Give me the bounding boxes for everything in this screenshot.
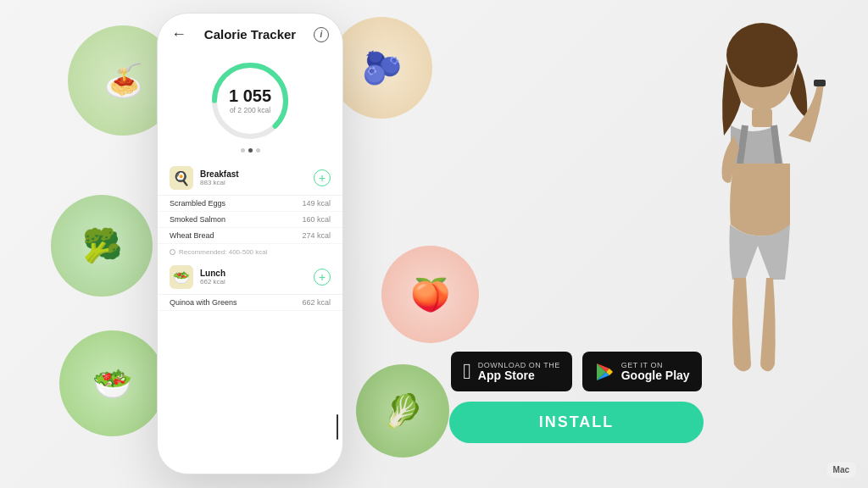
calorie-section: 1 055 of 2 200 kcal xyxy=(158,50,342,158)
app-store-text: Download on the App Store xyxy=(478,361,560,382)
quinoa-kcal: 662 kcal xyxy=(302,298,331,307)
plate-salad: 🥗 xyxy=(59,330,165,436)
smoked-salmon-name: Smoked Salmon xyxy=(170,215,225,224)
page-dots xyxy=(241,148,260,152)
cta-section:  Download on the App Store GET IT ON Go… xyxy=(449,352,704,443)
smoked-salmon-kcal: 160 kcal xyxy=(302,215,331,224)
breakfast-name: Breakfast xyxy=(200,169,314,179)
google-play-main-label: Google Play xyxy=(621,369,690,382)
plate-green-bowl: 🥬 xyxy=(356,364,449,458)
breakfast-add-button[interactable]: + xyxy=(314,169,331,186)
plate-pink: 🍑 xyxy=(381,246,479,343)
google-play-text: GET IT ON Google Play xyxy=(621,361,690,382)
scrambled-eggs-kcal: 149 kcal xyxy=(302,199,331,208)
apple-icon:  xyxy=(463,358,471,385)
macros-badge: Mac xyxy=(826,462,856,478)
calorie-sub: of 2 200 kcal xyxy=(230,106,270,114)
lunch-add-button[interactable]: + xyxy=(314,269,331,286)
phone-title: Calorie Tracker xyxy=(204,27,296,42)
svg-point-3 xyxy=(726,23,798,87)
phone-header: ← Calorie Tracker i xyxy=(158,14,342,50)
svg-rect-4 xyxy=(752,108,772,127)
scrambled-eggs-name: Scrambled Eggs xyxy=(170,199,225,208)
svg-rect-5 xyxy=(814,80,826,86)
lunch-info: Lunch 662 kcal xyxy=(200,269,314,286)
store-buttons-row:  Download on the App Store GET IT ON Go… xyxy=(451,352,701,391)
scroll-bar xyxy=(337,414,338,440)
dot-3 xyxy=(256,148,260,152)
google-play-icon xyxy=(594,362,615,382)
install-button[interactable]: INSTALL xyxy=(449,402,704,443)
breakfast-item: 🍳 Breakfast 883 kcal + xyxy=(158,161,342,196)
phone-mockup: ← Calorie Tracker i 1 055 of 2 200 kcal … xyxy=(157,13,343,474)
calorie-ring-text: 1 055 of 2 200 kcal xyxy=(208,58,292,143)
wheat-bread-kcal: 274 kcal xyxy=(302,231,331,240)
recommended-section: Recommended: 400-500 kcal xyxy=(158,244,342,260)
breakfast-info: Breakfast 883 kcal xyxy=(200,169,314,186)
wheat-bread-item: Wheat Bread 274 kcal xyxy=(158,228,342,244)
lunch-item: 🥗 Lunch 662 kcal + xyxy=(158,260,342,295)
quinoa-item: Quinoa with Greens 662 kcal xyxy=(158,295,342,311)
plate-fruit-bowl: 🫐 xyxy=(331,17,432,119)
quinoa-name: Quinoa with Greens xyxy=(170,298,237,307)
rec-dot-icon xyxy=(170,249,175,255)
info-icon[interactable]: i xyxy=(314,27,329,42)
meal-list: 🍳 Breakfast 883 kcal + Scrambled Eggs 14… xyxy=(158,158,342,314)
calorie-number: 1 055 xyxy=(229,86,271,106)
dot-1 xyxy=(241,148,245,152)
calorie-ring: 1 055 of 2 200 kcal xyxy=(208,58,292,143)
lunch-icon: 🥗 xyxy=(170,265,193,289)
lunch-kcal: 662 kcal xyxy=(200,278,314,286)
breakfast-icon: 🍳 xyxy=(170,166,193,190)
dot-2 xyxy=(248,148,253,152)
google-play-button[interactable]: GET IT ON Google Play xyxy=(582,352,702,391)
app-store-main-label: App Store xyxy=(478,369,560,382)
wheat-bread-name: Wheat Bread xyxy=(170,231,214,240)
breakfast-kcal: 883 kcal xyxy=(200,179,314,186)
back-arrow-icon[interactable]: ← xyxy=(171,25,186,43)
lunch-name: Lunch xyxy=(200,269,314,278)
recommended-text: Recommended: 400-500 kcal xyxy=(179,248,268,256)
plate-asparagus: 🥦 xyxy=(51,195,153,297)
scrambled-eggs-item: Scrambled Eggs 149 kcal xyxy=(158,196,342,212)
smoked-salmon-item: Smoked Salmon 160 kcal xyxy=(158,212,342,228)
app-store-button[interactable]:  Download on the App Store xyxy=(451,352,571,391)
